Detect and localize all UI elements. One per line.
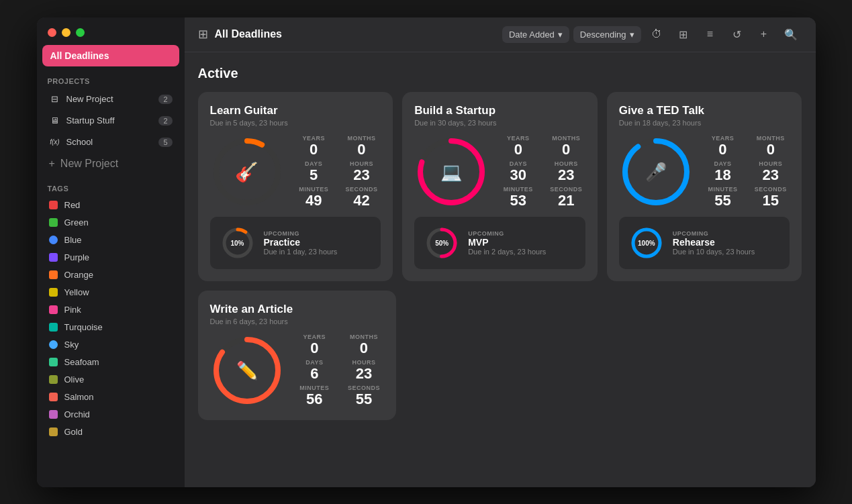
- stat-item: YEARS 0: [704, 135, 742, 158]
- tag-label: Orchid: [64, 409, 90, 419]
- stat-value: 55: [704, 193, 742, 209]
- sidebar-item-tag-green[interactable]: Green: [41, 214, 181, 231]
- tag-label: Olive: [64, 374, 85, 385]
- traffic-light-maximize[interactable]: [76, 28, 85, 37]
- stat-value: 23: [344, 366, 384, 382]
- upcoming-name: Rehearse: [673, 237, 755, 248]
- sidebar-item-tag-purple[interactable]: Purple: [41, 249, 181, 266]
- stat-label: MONTHS: [751, 135, 790, 142]
- sidebar-item-tag-salmon[interactable]: Salmon: [41, 389, 181, 405]
- tag-color-dot: [49, 393, 58, 401]
- tag-color-dot: [49, 201, 58, 209]
- toolbar-controls: Date Added ▾ Descending ▾ ⏱ ⊞ ≡ ↺ + 🔍: [502, 23, 802, 46]
- stat-item: MINUTES 49: [295, 186, 333, 209]
- upcoming-progress-circle: 50%: [424, 225, 460, 261]
- stats-grid: YEARS 0 MONTHS 0 DAYS 30 HOURS 23 MINUTE…: [499, 135, 585, 209]
- stat-item: SECONDS 42: [342, 186, 381, 209]
- sidebar-item-label: School: [66, 137, 159, 147]
- upcoming-progress-circle: 100%: [628, 225, 665, 261]
- sidebar-item-tag-blue[interactable]: Blue: [41, 232, 181, 248]
- stat-value: 0: [295, 142, 333, 158]
- sidebar-item-tag-red[interactable]: Red: [41, 197, 181, 213]
- page-title: All Deadlines: [215, 28, 502, 40]
- add-button[interactable]: +: [753, 23, 775, 46]
- sidebar-all-deadlines[interactable]: All Deadlines: [42, 45, 179, 66]
- deadline-card-give-ted-talk: Give a TED Talk Due in 18 days, 23 hours…: [607, 92, 802, 282]
- sidebar: All Deadlines Projects ⊟ New Project 2 🖥…: [37, 17, 185, 487]
- guitar-icon: 🎸: [235, 160, 258, 183]
- stat-item: SECONDS 21: [547, 186, 585, 209]
- search-button[interactable]: 🔍: [779, 23, 802, 46]
- stat-label: YEARS: [704, 135, 742, 142]
- sidebar-item-tag-orange[interactable]: Orange: [41, 266, 181, 283]
- traffic-lights: [37, 17, 185, 45]
- stat-value: 21: [547, 193, 585, 209]
- sidebar-item-tag-orchid[interactable]: Orchid: [41, 406, 181, 423]
- upcoming-progress-circle: 10%: [220, 225, 256, 261]
- upcoming-percentage: 10%: [230, 240, 244, 247]
- tag-label: Salmon: [64, 392, 94, 402]
- descending-label: Descending: [580, 30, 626, 40]
- traffic-light-minimize[interactable]: [62, 28, 70, 37]
- upcoming-mini: 10% UPCOMING Practice Due in 1 day, 23 h…: [210, 217, 381, 269]
- sidebar-item-tag-gold[interactable]: Gold: [41, 423, 181, 440]
- sidebar-item-school[interactable]: f(x) School 5: [41, 132, 181, 152]
- progress-circle: 🎸: [210, 135, 284, 209]
- history-button[interactable]: ⏱: [645, 23, 668, 46]
- progress-circle: ✏️: [210, 334, 284, 407]
- stat-value: 53: [499, 193, 537, 209]
- tag-label: Green: [64, 217, 89, 228]
- layers-icon: ⊟: [49, 93, 61, 105]
- card-subtitle: Due in 5 days, 23 hours: [210, 119, 381, 127]
- sidebar-toggle-button[interactable]: ⊞: [198, 27, 208, 42]
- card-subtitle: Due in 18 days, 23 hours: [619, 119, 790, 127]
- stats-grid: YEARS 0 MONTHS 0 DAYS 18 HOURS 23 MINUTE…: [704, 135, 790, 209]
- sidebar-item-startup-stuff[interactable]: 🖥 Startup Stuff 2: [41, 111, 181, 131]
- stat-value: 23: [342, 167, 381, 183]
- upcoming-due: Due in 2 days, 23 hours: [468, 248, 546, 256]
- card-icon: ✏️: [236, 360, 258, 381]
- tag-color-dot: [49, 236, 58, 244]
- add-project-button[interactable]: + New Project: [41, 154, 181, 174]
- stat-item: SECONDS 15: [751, 186, 790, 209]
- card-icon: 🎸: [235, 160, 258, 183]
- card-title: Give a TED Talk: [619, 104, 790, 117]
- sidebar-item-tag-sky[interactable]: Sky: [41, 336, 181, 353]
- stat-value: 0: [342, 142, 381, 158]
- stat-item: MINUTES 56: [295, 385, 335, 407]
- stat-value: 5: [295, 167, 333, 183]
- refresh-button[interactable]: ↺: [726, 23, 749, 46]
- stat-item: MONTHS 0: [344, 334, 384, 356]
- sidebar-item-new-project-1[interactable]: ⊟ New Project 2: [41, 89, 181, 109]
- tag-color-dot: [49, 410, 58, 419]
- sidebar-item-tag-yellow[interactable]: Yellow: [41, 284, 181, 301]
- sidebar-item-tag-seafoam[interactable]: Seafoam: [41, 354, 181, 370]
- stat-value: 15: [751, 193, 790, 209]
- microphone-icon: 🎤: [645, 161, 667, 182]
- tags-list: Red Green Blue Purple Orange Yellow Pink…: [37, 197, 185, 440]
- sidebar-item-tag-olive[interactable]: Olive: [41, 371, 181, 388]
- stat-item: MONTHS 0: [547, 135, 585, 158]
- tag-label: Orange: [64, 270, 93, 280]
- upcoming-info: UPCOMING MVP Due in 2 days, 23 hours: [468, 230, 546, 256]
- stat-label: MONTHS: [342, 135, 381, 142]
- traffic-light-close[interactable]: [48, 28, 56, 37]
- card-body: 💻 YEARS 0 MONTHS 0 DAYS 30 HOURS 23: [414, 135, 585, 209]
- grid-view-button[interactable]: ⊞: [672, 23, 695, 46]
- date-added-dropdown[interactable]: Date Added ▾: [502, 26, 569, 43]
- tag-label: Seafoam: [64, 357, 99, 367]
- stat-item: YEARS 0: [295, 334, 335, 356]
- descending-dropdown[interactable]: Descending ▾: [573, 26, 641, 43]
- stat-item: MINUTES 55: [704, 186, 742, 209]
- deadline-card-write-article: Write an Article Due in 6 days, 23 hours…: [198, 291, 396, 420]
- stat-value: 42: [342, 193, 381, 209]
- sidebar-item-tag-turquoise[interactable]: Turquoise: [41, 319, 181, 336]
- tag-color-dot: [49, 375, 58, 384]
- stat-item: DAYS 5: [295, 160, 333, 183]
- card-icon: 🎤: [645, 161, 667, 182]
- sidebar-item-tag-pink[interactable]: Pink: [41, 301, 181, 318]
- upcoming-info: UPCOMING Practice Due in 1 day, 23 hours: [264, 230, 338, 256]
- deadline-card-learn-guitar: Learn Guitar Due in 5 days, 23 hours 🎸 Y…: [198, 92, 393, 282]
- upcoming-percentage: 50%: [435, 240, 448, 247]
- list-view-button[interactable]: ≡: [699, 23, 722, 46]
